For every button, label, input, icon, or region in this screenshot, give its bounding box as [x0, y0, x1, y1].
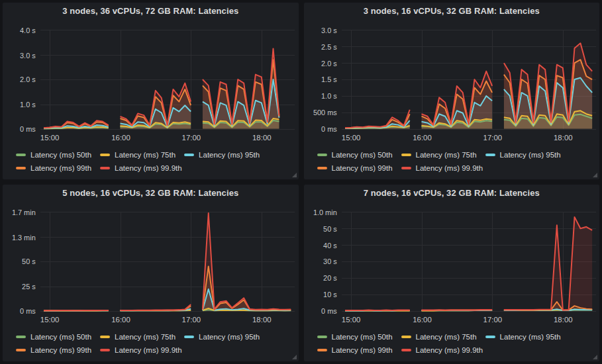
legend-item[interactable]: Latency (ms) 95th: [184, 148, 260, 161]
legend-label: Latency (ms) 99.9th: [416, 165, 483, 173]
x-axis-tick-label: 15:00: [341, 316, 360, 324]
series-color-swatch-icon: [100, 349, 110, 351]
y-axis-tick-label: 50 s: [22, 258, 36, 266]
series-color-swatch-icon: [184, 154, 194, 156]
panel-title[interactable]: 5 nodes, 16 vCPUs, 32 GB RAM: Latencies: [62, 188, 238, 198]
series-color-swatch-icon: [401, 167, 411, 169]
series-color-swatch-icon: [317, 154, 327, 156]
latency-timeseries-chart[interactable]: 0 ms1.0 s2.0 s3.0 s4.0 s15:0016:0017:001…: [3, 19, 299, 146]
y-axis-tick-label: 2.0 s: [20, 76, 36, 84]
dashboard-grid: 3 nodes, 36 vCPUs, 72 GB RAM: Latencies …: [0, 0, 602, 364]
legend-item[interactable]: Latency (ms) 99th: [317, 161, 393, 175]
series-color-swatch-icon: [317, 167, 327, 169]
series-color-swatch-icon: [485, 154, 495, 156]
legend: Latency (ms) 50thLatency (ms) 75thLatenc…: [317, 330, 595, 357]
legend-item[interactable]: Latency (ms) 75th: [401, 148, 477, 161]
legend-label: Latency (ms) 75th: [416, 151, 477, 159]
series-color-swatch-icon: [16, 167, 26, 169]
legend-item[interactable]: Latency (ms) 50th: [16, 330, 91, 343]
legend-label: Latency (ms) 50th: [332, 151, 393, 159]
x-axis-tick-label: 16:00: [111, 134, 130, 142]
legend-item[interactable]: Latency (ms) 50th: [317, 148, 393, 161]
y-axis-tick-label: 1.5 s: [321, 76, 337, 84]
y-axis-tick-label: 40 s: [323, 242, 337, 250]
legend-label: Latency (ms) 95th: [500, 333, 561, 341]
legend-label: Latency (ms) 75th: [115, 151, 176, 159]
latency-timeseries-chart[interactable]: 0 ms25 s50 s1.3 min1.7 min15:0016:0017:0…: [3, 201, 299, 328]
legend-item[interactable]: Latency (ms) 75th: [100, 330, 176, 343]
legend-label: Latency (ms) 50th: [30, 151, 91, 159]
y-axis-tick-label: 3.0 s: [20, 52, 36, 60]
x-axis-tick-label: 15:00: [341, 134, 360, 142]
legend-item[interactable]: Latency (ms) 99th: [16, 161, 91, 175]
series-color-swatch-icon: [16, 336, 26, 338]
x-axis-tick-label: 18:00: [554, 316, 573, 324]
legend-label: Latency (ms) 99.9th: [115, 165, 182, 173]
legend-item[interactable]: Latency (ms) 99.9th: [401, 161, 483, 175]
legend-label: Latency (ms) 50th: [30, 333, 91, 341]
panel-resize-handle-icon[interactable]: [593, 173, 597, 177]
legend: Latency (ms) 50thLatency (ms) 75thLatenc…: [317, 148, 595, 175]
x-axis-tick-label: 16:00: [413, 134, 432, 142]
legend-item[interactable]: Latency (ms) 75th: [100, 148, 176, 161]
panel-resize-handle-icon[interactable]: [292, 173, 297, 177]
series-color-swatch-icon: [485, 336, 495, 338]
y-axis-tick-label: 1.0 min: [313, 208, 336, 216]
series-color-swatch-icon: [401, 349, 411, 351]
legend-item[interactable]: Latency (ms) 95th: [485, 148, 561, 161]
legend-item[interactable]: Latency (ms) 99.9th: [100, 161, 182, 175]
panel-resize-handle-icon[interactable]: [292, 355, 297, 359]
panel-header[interactable]: 3 nodes, 36 vCPUs, 72 GB RAM: Latencies: [3, 3, 299, 19]
series-fill: [503, 217, 591, 311]
y-axis-tick-label: 1.7 min: [12, 208, 36, 216]
legend-label: Latency (ms) 99th: [30, 347, 91, 355]
legend-item[interactable]: Latency (ms) 50th: [317, 330, 393, 343]
legend-label: Latency (ms) 99.9th: [416, 347, 483, 355]
y-axis-tick-label: 1.3 min: [12, 234, 36, 242]
legend-item[interactable]: Latency (ms) 75th: [401, 330, 477, 343]
y-axis-tick-label: 0 ms: [20, 307, 36, 315]
y-axis-tick-label: 10 s: [323, 291, 337, 298]
panel-3-nodes-16-vcpus: 3 nodes, 16 vCPUs, 32 GB RAM: Latencies …: [303, 2, 601, 180]
legend-label: Latency (ms) 99th: [30, 165, 91, 173]
x-axis-tick-label: 17:00: [483, 316, 502, 324]
legend-label: Latency (ms) 75th: [115, 333, 176, 341]
panel-title[interactable]: 7 nodes, 16 vCPUs, 32 GB RAM: Latencies: [364, 188, 540, 198]
legend-label: Latency (ms) 50th: [332, 333, 393, 341]
y-axis-tick-label: 4.0 s: [20, 26, 36, 34]
series-color-swatch-icon: [16, 154, 26, 156]
panel-3-nodes-36-vcpus: 3 nodes, 36 vCPUs, 72 GB RAM: Latencies …: [2, 2, 299, 180]
x-axis-tick-label: 15:00: [40, 134, 60, 142]
panel-title[interactable]: 3 nodes, 36 vCPUs, 72 GB RAM: Latencies: [62, 6, 238, 16]
legend-item[interactable]: Latency (ms) 95th: [485, 330, 561, 343]
panel-header[interactable]: 5 nodes, 16 vCPUs, 32 GB RAM: Latencies: [3, 185, 299, 201]
x-axis-tick-label: 17:00: [483, 134, 502, 142]
x-axis-tick-label: 16:00: [111, 316, 130, 324]
panel-resize-handle-icon[interactable]: [593, 355, 597, 359]
legend-item[interactable]: Latency (ms) 99.9th: [100, 343, 182, 357]
latency-timeseries-chart[interactable]: 0 ms10 s20 s30 s40 s50 s1.0 min15:0016:0…: [304, 201, 600, 328]
y-axis-tick-label: 0 ms: [20, 125, 36, 133]
y-axis-tick-label: 30 s: [323, 258, 337, 266]
series-color-swatch-icon: [401, 336, 411, 338]
legend-item[interactable]: Latency (ms) 99.9th: [401, 343, 483, 357]
y-axis-tick-label: 0 ms: [321, 125, 337, 133]
legend-item[interactable]: Latency (ms) 95th: [184, 330, 260, 343]
y-axis-tick-label: 1.0 s: [321, 92, 337, 100]
latency-timeseries-chart[interactable]: 0 ms500 ms1.0 s1.5 s2.0 s2.5 s3.0 s15:00…: [304, 19, 600, 146]
y-axis-tick-label: 25 s: [22, 283, 36, 291]
x-axis-tick-label: 18:00: [554, 134, 573, 142]
series-color-swatch-icon: [317, 336, 327, 338]
panel-header[interactable]: 7 nodes, 16 vCPUs, 32 GB RAM: Latencies: [304, 185, 600, 201]
legend-item[interactable]: Latency (ms) 50th: [16, 148, 91, 161]
legend-item[interactable]: Latency (ms) 99th: [16, 343, 91, 357]
legend-label: Latency (ms) 95th: [199, 151, 260, 159]
legend-item[interactable]: Latency (ms) 99th: [317, 343, 393, 357]
y-axis-tick-label: 3.0 s: [321, 26, 337, 34]
legend-label: Latency (ms) 99th: [332, 347, 393, 355]
legend: Latency (ms) 50thLatency (ms) 75thLatenc…: [16, 148, 293, 175]
x-axis-tick-label: 18:00: [252, 316, 272, 324]
panel-title[interactable]: 3 nodes, 16 vCPUs, 32 GB RAM: Latencies: [364, 6, 540, 16]
panel-header[interactable]: 3 nodes, 16 vCPUs, 32 GB RAM: Latencies: [304, 3, 600, 19]
y-axis-tick-label: 20 s: [323, 274, 337, 282]
